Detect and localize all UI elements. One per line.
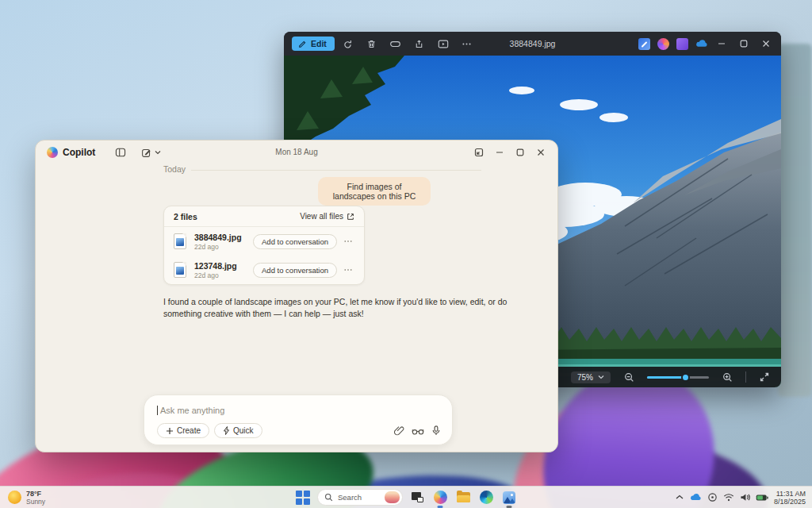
sunny-icon bbox=[8, 491, 21, 504]
sidebar-toggle-button[interactable] bbox=[111, 144, 130, 160]
file-age: 22d ago bbox=[194, 243, 242, 251]
microphone-icon[interactable] bbox=[431, 425, 441, 436]
copilot-titlebar: Copilot Mon 18 Aug bbox=[36, 140, 557, 161]
running-indicator bbox=[507, 506, 512, 508]
security-tray-icon[interactable] bbox=[707, 492, 718, 502]
file-explorer-button[interactable] bbox=[454, 489, 472, 506]
search-placeholder: Search bbox=[338, 493, 380, 502]
photos-minimize-button[interactable] bbox=[711, 37, 732, 51]
photos-titlebar: Edit 3884849.jpg bbox=[284, 32, 781, 56]
minimize-icon bbox=[496, 148, 504, 156]
attach-icon[interactable] bbox=[394, 425, 404, 436]
section-divider bbox=[191, 170, 481, 171]
onedrive-button[interactable] bbox=[692, 36, 710, 52]
tray-clock[interactable]: 11:31 AM 8/18/2025 bbox=[774, 490, 806, 506]
edit-button[interactable]: Edit bbox=[292, 37, 335, 51]
weather-condition: Sunny bbox=[26, 498, 45, 506]
create-button[interactable]: Create bbox=[157, 423, 209, 438]
copilot-minimize-button[interactable] bbox=[489, 145, 510, 160]
file-row[interactable]: 123748.jpg 22d ago Add to conversation bbox=[164, 256, 364, 284]
clipchamp-button[interactable] bbox=[654, 36, 672, 52]
close-icon bbox=[762, 40, 770, 48]
text-caret bbox=[157, 406, 158, 415]
edge-icon bbox=[480, 491, 493, 504]
slideshow-button[interactable] bbox=[433, 35, 454, 52]
weather-widget[interactable]: 78°F Sunny bbox=[0, 490, 45, 506]
popout-icon bbox=[474, 148, 484, 157]
copilot-window: Copilot Mon 18 Aug Today bbox=[35, 140, 558, 452]
task-view-button[interactable] bbox=[408, 489, 426, 506]
volume-icon[interactable] bbox=[740, 493, 750, 502]
slideshow-icon bbox=[438, 39, 449, 49]
statusbar-divider bbox=[745, 371, 746, 383]
maximize-icon bbox=[516, 148, 524, 156]
taskbar-copilot-button[interactable] bbox=[431, 489, 449, 506]
more-icon bbox=[462, 39, 472, 49]
copilot-maximize-button[interactable] bbox=[510, 145, 530, 160]
onedrive-tray-icon[interactable] bbox=[689, 493, 702, 502]
tray-date: 8/18/2025 bbox=[774, 498, 806, 506]
create-label: Create bbox=[177, 426, 201, 435]
lightroom-button[interactable] bbox=[673, 36, 691, 52]
tray-chevron-up-icon[interactable] bbox=[676, 495, 684, 500]
windows-logo-icon bbox=[295, 490, 311, 506]
rotate-icon bbox=[343, 39, 353, 49]
zoom-in-button[interactable] bbox=[717, 368, 737, 386]
delete-button[interactable] bbox=[362, 35, 382, 52]
clipchamp-icon bbox=[657, 38, 669, 50]
copilot-icon bbox=[434, 491, 447, 504]
visual-search-button[interactable] bbox=[385, 35, 406, 52]
add-to-conversation-button[interactable]: Add to conversation bbox=[253, 263, 337, 278]
rotate-button[interactable] bbox=[338, 35, 358, 52]
zoom-slider-fill bbox=[647, 376, 685, 379]
search-highlight-thumbnail bbox=[385, 491, 400, 503]
plus-icon bbox=[166, 427, 174, 435]
vision-glasses-icon[interactable] bbox=[412, 426, 424, 436]
visual-search-icon bbox=[389, 39, 401, 49]
user-message-bubble: Find images of landscapes on this PC bbox=[318, 177, 431, 206]
compose-icon bbox=[141, 148, 151, 158]
more-button[interactable] bbox=[457, 35, 477, 52]
new-chat-expand-button[interactable] bbox=[152, 144, 163, 160]
file-age: 22d ago bbox=[194, 271, 237, 279]
battery-icon[interactable] bbox=[756, 494, 768, 502]
copilot-close-button[interactable] bbox=[530, 145, 551, 160]
add-to-conversation-button[interactable]: Add to conversation bbox=[253, 234, 337, 249]
edge-button[interactable] bbox=[477, 489, 495, 506]
taskbar: 78°F Sunny Search bbox=[0, 486, 812, 508]
start-button[interactable] bbox=[294, 489, 312, 506]
fullscreen-icon bbox=[760, 372, 769, 382]
share-button[interactable] bbox=[409, 35, 430, 52]
wifi-icon[interactable] bbox=[723, 493, 734, 502]
zoom-out-button[interactable] bbox=[619, 368, 639, 386]
fullscreen-button[interactable] bbox=[754, 368, 775, 386]
open-external-icon bbox=[347, 213, 354, 221]
zoom-level-dropdown[interactable]: 75% bbox=[571, 371, 611, 383]
view-all-files-label: View all files bbox=[300, 212, 343, 221]
taskbar-photos-button[interactable] bbox=[500, 489, 518, 506]
taskbar-search[interactable]: Search bbox=[317, 489, 403, 506]
files-count: 2 files bbox=[174, 212, 197, 221]
edit-label: Edit bbox=[311, 39, 327, 48]
zoom-slider[interactable] bbox=[647, 376, 709, 379]
zoom-slider-thumb[interactable] bbox=[681, 373, 690, 382]
composer-input[interactable]: Ask me anything bbox=[144, 395, 452, 415]
copilot-popout-button[interactable] bbox=[469, 145, 489, 160]
files-card: 2 files View all files 3884849.jpg 22d a… bbox=[163, 206, 365, 285]
onedrive-cloud-icon bbox=[695, 39, 708, 48]
wallpaper-shade-right bbox=[778, 44, 812, 397]
file-more-button[interactable] bbox=[340, 237, 356, 246]
photos-app-icon bbox=[503, 491, 515, 504]
file-row[interactable]: 3884849.jpg 22d ago Add to conversation bbox=[164, 227, 364, 256]
photos-close-button[interactable] bbox=[756, 37, 776, 51]
pencil-icon bbox=[298, 40, 307, 48]
zoom-level-value: 75% bbox=[577, 373, 593, 382]
maximize-icon bbox=[740, 40, 748, 48]
view-all-files-link[interactable]: View all files bbox=[300, 212, 354, 221]
quick-button[interactable]: Quick bbox=[214, 423, 262, 438]
designer-button[interactable] bbox=[635, 36, 653, 52]
photos-maximize-button[interactable] bbox=[733, 37, 754, 51]
file-more-button[interactable] bbox=[340, 265, 356, 275]
tray-time: 11:31 AM bbox=[776, 490, 806, 498]
folder-icon bbox=[457, 492, 470, 502]
